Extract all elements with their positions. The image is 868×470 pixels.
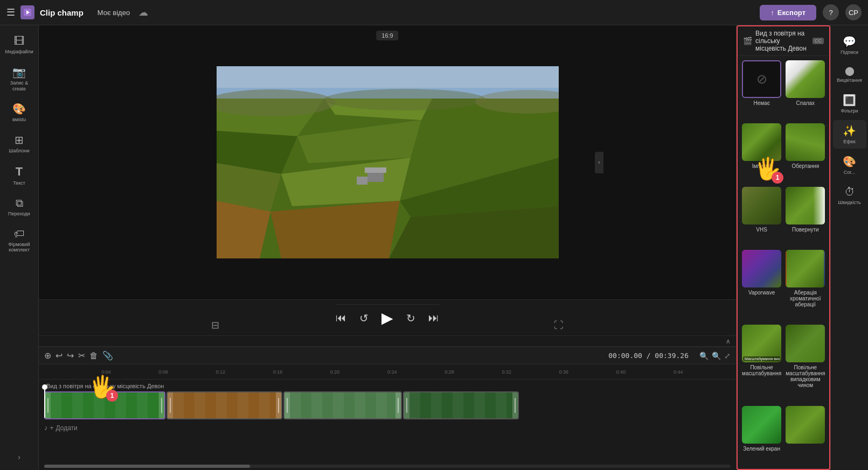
video-clip-2[interactable] [166,391,282,419]
ruler-2: 0:08 [158,369,216,375]
clip-handle-left-3[interactable] [284,392,290,418]
audio-icon: ♪ [44,424,48,432]
timeline-collapse-icon[interactable]: ∧ [726,338,731,345]
templates-icon: ⊞ [15,134,24,146]
effect-thumb-vhs [742,187,781,225]
effect-slowzoom[interactable]: Масштабування вихідної випадкової зупин … [742,325,781,401]
sidebar-filters[interactable]: 🔳 Фільтри [833,89,866,118]
effect-aberration[interactable]: Аберація хроматичної аберації [786,250,825,320]
add-audio-plus-icon: + [50,424,54,432]
effect-last[interactable] [786,406,825,465]
zoom-in-button[interactable]: 🔍 [712,352,721,360]
play-pause-button[interactable]: ▶ [381,309,393,327]
effect-thumb-slowzoom: Масштабування вихідної випадкової зупин [742,325,781,362]
skip-back-button[interactable]: ⏮ [336,312,346,324]
sidebar-item-templates[interactable]: ⊞ Шаблони [3,129,36,158]
fast-forward-button[interactable]: ↻ [406,312,415,325]
sidebar-label-text: Текст [13,180,25,186]
help-button[interactable]: ? [823,4,839,20]
effect-label-vhs: VHS [756,227,767,233]
scrollbar-thumb [44,465,250,468]
effect-thumb-slowzoom2 [786,325,825,362]
video-clip-1[interactable] [44,391,165,419]
effect-impulse[interactable]: Імпульс [742,123,781,182]
subtitles-icon[interactable]: ⊟ [211,319,219,331]
slowzoom-text-overlay: Масштабування вихідної випадкової зупин [743,356,780,361]
effects-grid: ⊘ Немає Спалах Імпульс [738,56,829,469]
playhead[interactable] [44,387,45,418]
svg-marker-10 [421,120,559,160]
effect-reverse[interactable]: Повернути [786,187,825,245]
sidebar-label-record: Запис & create [5,80,33,92]
nav-item-my-videos[interactable]: Моє відео [98,9,130,17]
app-logo [20,5,34,19]
ruler-8: 0:32 [502,369,559,375]
skip-forward-button[interactable]: ⏭ [428,312,439,324]
sidebar-item-record[interactable]: 📷 Запис & create [3,61,36,96]
clip-handle-left-4[interactable] [404,392,409,418]
clip-handle-right-3[interactable] [395,392,401,418]
cloud-icon: ☁ [138,6,148,18]
hamburger-menu[interactable]: ☰ [6,6,15,18]
sidebar-color[interactable]: ⬤ Вицвітання [833,61,866,87]
text-icon: T [16,165,23,179]
sidebar-color2[interactable]: 🎨 Cor... [833,151,866,179]
effect-label-flash: Спалах [796,100,815,106]
right-panel-collapse-btn[interactable]: ‹ [595,152,603,173]
user-initials: CP [849,9,858,17]
sidebar-item-brand[interactable]: 🏷 Фірмовий комплект [3,223,36,258]
sidebar-subtitles[interactable]: 💬 Підписи [833,31,866,59]
speed-label: Швидкість [838,200,861,205]
add-clip-tool[interactable]: ⊕ [44,350,51,361]
clip-handle-right-1[interactable] [159,392,164,418]
ruler-4: 0:16 [273,369,330,375]
sidebar-effects[interactable]: ✨ Ефек [833,120,866,149]
undo-tool[interactable]: ↩ [55,350,63,361]
fit-view-button[interactable]: ⤢ [724,352,731,360]
sidebar-item-text[interactable]: T Текст [3,160,36,191]
effects-panel-title: Вид з повітря на сільську місцевість Дев… [755,30,809,52]
clip-handle-right-2[interactable] [276,392,281,418]
user-avatar[interactable]: CP [845,4,862,20]
effect-label-vaporwave: Vaporwave [748,290,775,296]
delete-tool[interactable]: 🗑 [89,351,98,361]
effect-thumb-none: ⊘ [742,60,781,98]
sidebar-label-content: вміstu [12,117,26,123]
effect-spin[interactable]: Обертання [786,123,825,182]
timeline-scrollbar[interactable] [44,465,731,468]
effect-vaporwave[interactable]: Vaporwave [742,250,781,320]
clip-handle-left-2[interactable] [168,392,173,418]
clip-handle-right-4[interactable] [512,392,518,418]
effect-greenscreen[interactable]: Зелений екран [742,406,781,465]
effect-slowzoom2[interactable]: Повільне масштабування випадковим чином [786,325,825,401]
effect-vhs[interactable]: VHS [742,187,781,245]
rewind-button[interactable]: ↺ [359,312,369,325]
timeline-collapse-bar: ∧ [39,335,736,346]
clip-handle-left-1[interactable] [45,392,51,418]
ruler-11: 0:44 [673,369,731,375]
effect-label-slowzoom: Повільне масштабування [742,364,781,376]
effects-label: Ефек [843,139,855,144]
greenscreen-preview [742,406,781,444]
video-clip-4[interactable] [403,391,519,419]
attach-tool[interactable]: 📎 [102,350,113,361]
effect-thumb-reverse [786,187,825,225]
expand-icon: › [18,453,20,461]
sidebar-item-media[interactable]: 🎞 Медіафайли [3,31,36,59]
add-audio-button[interactable]: + Додати [50,424,78,432]
effect-thumb-spin [786,123,825,161]
fullscreen-button[interactable]: ⛶ [554,320,564,331]
sidebar-speed[interactable]: ⏱ Швидкість [833,181,866,209]
zoom-out-button[interactable]: 🔍 [699,352,709,360]
effect-none[interactable]: ⊘ Немає [742,60,781,119]
reverse-preview [786,187,825,225]
effect-flash[interactable]: Спалах [786,60,825,119]
sidebar-expand[interactable]: › [16,450,23,465]
sidebar-item-content[interactable]: 🎨 вміstu [3,98,36,127]
sidebar-item-transitions[interactable]: ⧉ Переходи [3,193,36,221]
redo-tool[interactable]: ↪ [67,350,74,361]
aspect-ratio-badge: 16:9 [376,31,398,40]
export-button[interactable]: ↑ Експорт [760,5,816,20]
video-clip-3[interactable] [283,391,402,419]
cut-tool[interactable]: ✂ [78,350,85,361]
